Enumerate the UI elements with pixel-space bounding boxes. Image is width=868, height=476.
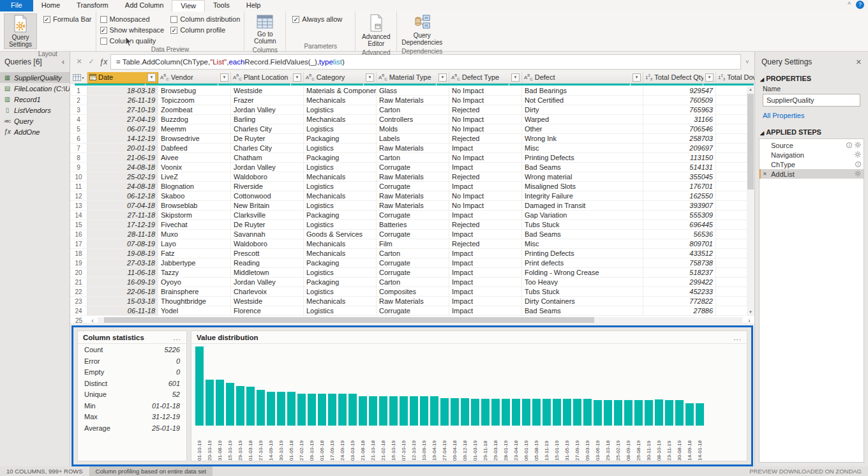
column-header-plant-location[interactable]: ABCPlant Location▼	[231, 72, 304, 84]
cell[interactable]: 27-03-18	[87, 258, 158, 267]
cell[interactable]: Browsebug	[158, 86, 231, 95]
column-header-defect[interactable]: ABCDefect▼	[522, 72, 643, 84]
cell[interactable]: 393907	[643, 201, 716, 210]
cell[interactable]: Blognation	[158, 182, 231, 191]
bar[interactable]	[451, 398, 459, 426]
cell[interactable]: Corrugate	[377, 306, 449, 315]
gear-icon[interactable]	[855, 170, 861, 178]
cell[interactable]: Integrity Failure	[522, 191, 643, 200]
bar[interactable]	[287, 392, 296, 426]
cell[interactable]: Impact	[449, 144, 522, 152]
cell[interactable]: No Impact	[449, 115, 522, 124]
show-whitespace-checkbox[interactable]: ✓Show whitespace	[100, 26, 165, 34]
row-number[interactable]: 13	[70, 201, 87, 210]
cell[interactable]: 28-11-18	[87, 230, 158, 239]
row-number[interactable]: 3	[70, 105, 87, 114]
bar[interactable]	[430, 396, 438, 426]
cell[interactable]: Impact	[449, 182, 522, 191]
more-options-icon[interactable]: ...	[173, 334, 181, 341]
cell[interactable]: Impact	[449, 268, 522, 277]
cell[interactable]: Impact	[449, 258, 522, 267]
bar[interactable]	[308, 394, 316, 426]
cell[interactable]: Mechanicals	[304, 239, 377, 248]
column-header-total-dow[interactable]: 123Total Dow▼	[716, 72, 754, 84]
cell[interactable]: 07-04-18	[87, 201, 158, 210]
cell[interactable]: 162550	[643, 191, 716, 200]
cell[interactable]: Charlevoix	[231, 287, 304, 296]
cell[interactable]: Voonix	[158, 163, 231, 172]
cell[interactable]: Mechanicals	[304, 172, 377, 181]
cell[interactable]: Dirty Containers	[522, 297, 643, 306]
cell[interactable]: LiveZ	[158, 172, 231, 181]
cell[interactable]: 16-09-19	[87, 278, 158, 286]
cell[interactable]: 772822	[643, 297, 716, 306]
cell[interactable]: Mechanicals	[304, 115, 377, 124]
cell[interactable]: Westside	[231, 86, 304, 95]
cell[interactable]: Print defects	[522, 258, 643, 267]
cell[interactable]: Tubs Stuck	[522, 220, 643, 229]
column-header-material-type[interactable]: ABCMaterial Type▼	[377, 72, 449, 84]
cell[interactable]: 355045	[643, 172, 716, 181]
row-number[interactable]: 6	[70, 134, 87, 143]
cell[interactable]: 31166	[643, 115, 716, 124]
select-all-corner-button[interactable]: ▾	[70, 72, 87, 84]
cell[interactable]: No Impact	[449, 86, 522, 95]
cell[interactable]: Packaging	[304, 258, 377, 267]
bar[interactable]	[685, 403, 694, 426]
cell[interactable]: Bad Seams	[522, 230, 643, 239]
cell[interactable]: Carton	[377, 278, 449, 286]
bar[interactable]	[471, 399, 479, 426]
bar[interactable]	[216, 380, 224, 426]
cell[interactable]: Riverside	[231, 182, 304, 191]
bar[interactable]	[338, 394, 347, 426]
cell[interactable]: Logistics	[304, 201, 377, 210]
cell[interactable]: Raw Materials	[377, 191, 449, 200]
cell[interactable]: Batteries	[377, 220, 449, 229]
cell[interactable]: 14-12-19	[87, 134, 158, 143]
cell[interactable]: 06-12-18	[87, 191, 158, 200]
query-dependencies-button[interactable]: Query Dependencies	[401, 13, 443, 47]
filter-dropdown-icon[interactable]: ▼	[705, 73, 714, 82]
menu-tab-add-column[interactable]: Add Column	[117, 0, 172, 11]
cell[interactable]: 765963	[643, 105, 716, 114]
cell[interactable]: Corrugate	[377, 268, 449, 277]
cell[interactable]: Topiczoom	[158, 96, 231, 105]
cell[interactable]: Warped	[522, 115, 643, 124]
go-to-column-button[interactable]: Go to Column	[248, 13, 281, 45]
cell[interactable]: Raw Materials	[377, 297, 449, 306]
cell[interactable]: No Impact	[449, 191, 522, 200]
bar[interactable]	[563, 399, 571, 426]
scroll-left-icon[interactable]: ‹	[87, 317, 98, 323]
bar[interactable]	[236, 386, 244, 426]
cell[interactable]: Materials & Components	[304, 86, 377, 95]
query-item-filelocation-c-users-[interactable]: ▤FileLocation (C:\Users...	[0, 83, 70, 94]
cell[interactable]: Goods & Services	[304, 230, 377, 239]
row-number[interactable]: 24	[70, 306, 87, 315]
cell[interactable]: Middletown	[231, 268, 304, 277]
bar[interactable]	[348, 394, 357, 426]
bar[interactable]	[675, 400, 684, 426]
bar[interactable]	[420, 396, 428, 426]
cell[interactable]: No Impact	[449, 153, 522, 162]
cell[interactable]: Rejected	[449, 220, 522, 229]
row-number[interactable]: 14	[70, 211, 87, 219]
cell[interactable]: Charles City	[231, 124, 304, 133]
cell[interactable]: Corrugate	[377, 230, 449, 239]
cell[interactable]: 26-11-19	[87, 96, 158, 105]
column-header-total-defect-qty[interactable]: 123Total Defect Qty▼	[643, 72, 716, 84]
cell[interactable]: Bad Seams	[522, 163, 643, 172]
applied-step-chtype[interactable]: ChTypei	[760, 160, 864, 169]
cell[interactable]: Too Heavy	[522, 278, 643, 286]
profiling-status[interactable]: Column profiling based on entire data se…	[89, 466, 213, 476]
cell[interactable]: 518237	[643, 268, 716, 277]
cell[interactable]: 06-11-18	[87, 306, 158, 315]
cell[interactable]: 27-04-19	[87, 115, 158, 124]
properties-section-header[interactable]: ◢PROPERTIES	[755, 72, 868, 85]
cell[interactable]: 56536	[643, 230, 716, 239]
cell[interactable]: Jordan Valley	[231, 278, 304, 286]
cell[interactable]: Composites	[377, 287, 449, 296]
cell[interactable]: Carton	[377, 105, 449, 114]
cell[interactable]: New Britain	[231, 201, 304, 210]
cell[interactable]: Cottonwood	[231, 191, 304, 200]
cell[interactable]: Logistics	[304, 124, 377, 133]
